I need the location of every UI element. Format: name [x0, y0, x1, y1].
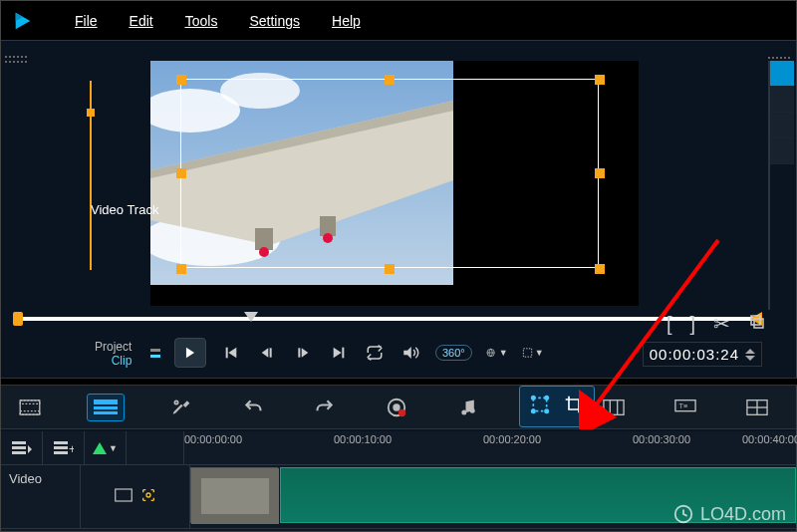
copy-clip-icon[interactable] [748, 313, 766, 336]
svg-point-34 [393, 403, 399, 410]
view-360-button[interactable]: 360° [435, 345, 472, 361]
redo-button[interactable] [310, 394, 340, 421]
side-tab-1[interactable] [770, 61, 794, 87]
track-options-2[interactable]: + [43, 431, 85, 465]
project-mode-tick[interactable] [150, 349, 160, 352]
multicam-icon[interactable] [742, 394, 772, 421]
side-tab-4[interactable] [770, 138, 794, 164]
svg-rect-13 [751, 316, 760, 325]
video-track-header[interactable]: Video [1, 465, 81, 528]
svg-text:T≡: T≡ [679, 400, 688, 409]
crop-handle-tr[interactable] [595, 75, 605, 85]
play-button[interactable] [174, 338, 206, 368]
next-frame-button[interactable] [292, 342, 314, 364]
panel-grip[interactable] [5, 56, 27, 64]
svg-marker-20 [302, 348, 309, 357]
trim-in-handle[interactable] [13, 312, 23, 326]
undo-button[interactable] [238, 394, 268, 421]
svg-rect-59 [54, 451, 68, 454]
prev-frame-button[interactable] [256, 342, 278, 364]
svg-rect-28 [20, 410, 40, 414]
chapter-marker-icon[interactable] [599, 394, 629, 421]
svg-rect-26 [20, 399, 40, 413]
menu-file[interactable]: File [61, 9, 112, 33]
watermark: LO4D.com [672, 503, 786, 525]
resize-mode-button[interactable] [530, 395, 550, 418]
go-end-button[interactable] [328, 342, 350, 364]
timeline-view-icon[interactable] [87, 394, 125, 421]
timeline-ruler[interactable]: 00:00:00:00 00:00:10:00 00:00:20:00 00:0… [184, 431, 796, 465]
globe-dropdown[interactable]: ▼ [486, 342, 508, 364]
svg-point-36 [461, 409, 466, 414]
clip-mode-label[interactable]: Clip [95, 354, 132, 368]
svg-rect-57 [54, 441, 68, 444]
clip-tools: [ ] ✂ [666, 312, 766, 336]
side-tab-3[interactable] [770, 113, 794, 138]
audio-mixer-icon[interactable] [453, 394, 483, 421]
svg-rect-54 [12, 446, 26, 449]
crop-selection[interactable] [180, 79, 599, 268]
svg-marker-23 [403, 347, 411, 359]
timecode-display[interactable]: 00:00:03:24 [643, 342, 762, 367]
storyboard-view-icon[interactable] [15, 394, 45, 421]
project-mode-label[interactable]: Project [95, 340, 132, 354]
svg-marker-16 [228, 348, 236, 359]
track-options-1[interactable] [1, 431, 43, 465]
svg-point-37 [470, 407, 475, 412]
subtitle-editor-icon[interactable]: T≡ [670, 394, 700, 421]
svg-point-47 [532, 397, 535, 399]
video-track-label: Video Track [91, 202, 158, 217]
crop-handle-tl[interactable] [176, 75, 186, 85]
volume-button[interactable] [399, 342, 421, 364]
scrub-bar[interactable] [17, 317, 758, 321]
crop-handle-bm[interactable] [385, 264, 395, 274]
loop-button[interactable] [364, 342, 386, 364]
marquee-dropdown[interactable]: ▼ [522, 342, 544, 364]
crop-handle-mr[interactable] [595, 168, 605, 178]
side-tab-2[interactable] [770, 87, 794, 113]
svg-point-48 [545, 397, 548, 399]
crop-handle-bl[interactable] [176, 264, 186, 274]
timecode-spinner[interactable] [745, 349, 755, 361]
track-focus-icon[interactable] [140, 487, 156, 507]
split-scissors-icon[interactable]: ✂ [713, 312, 730, 336]
crop-mode-button[interactable] [564, 395, 584, 418]
svg-rect-46 [533, 398, 546, 410]
track-collapse[interactable]: ▼ [85, 431, 127, 465]
svg-rect-12 [754, 319, 763, 328]
svg-rect-30 [94, 406, 118, 409]
mark-in-icon[interactable]: [ [666, 313, 672, 336]
menu-help[interactable]: Help [318, 9, 375, 33]
go-start-button[interactable] [220, 342, 242, 364]
svg-marker-17 [262, 348, 269, 357]
svg-marker-56 [28, 445, 32, 453]
playhead-marker[interactable] [244, 312, 258, 322]
clip-mode-tick[interactable] [150, 355, 160, 358]
record-button[interactable] [382, 394, 411, 421]
clip-thumbnail-1[interactable] [190, 467, 278, 523]
svg-rect-29 [94, 399, 118, 404]
crop-handle-br[interactable] [595, 264, 605, 274]
track-visibility-icon[interactable] [115, 488, 133, 506]
mark-out-icon[interactable]: ] [689, 313, 695, 336]
timeline-toolbar: T≡ [1, 386, 796, 429]
svg-rect-19 [298, 348, 300, 357]
mode-labels: Project Clip [95, 340, 132, 368]
svg-rect-62 [115, 489, 132, 501]
preview-viewport [150, 61, 639, 306]
left-crop-handle[interactable] [87, 109, 95, 117]
menu-edit[interactable]: Edit [116, 9, 167, 33]
horizontal-divider[interactable] [1, 378, 797, 386]
svg-rect-55 [12, 451, 26, 454]
svg-text:+: + [69, 442, 74, 455]
track-buttons [81, 465, 190, 528]
tools-wrench-icon[interactable] [166, 394, 196, 421]
svg-point-50 [545, 409, 548, 412]
svg-point-32 [174, 400, 177, 403]
svg-rect-22 [342, 348, 344, 359]
menu-tools[interactable]: Tools [171, 9, 232, 33]
crop-handle-ml[interactable] [176, 168, 186, 178]
menu-settings[interactable]: Settings [235, 9, 314, 33]
crop-handle-tm[interactable] [385, 75, 395, 85]
svg-rect-58 [54, 446, 68, 449]
